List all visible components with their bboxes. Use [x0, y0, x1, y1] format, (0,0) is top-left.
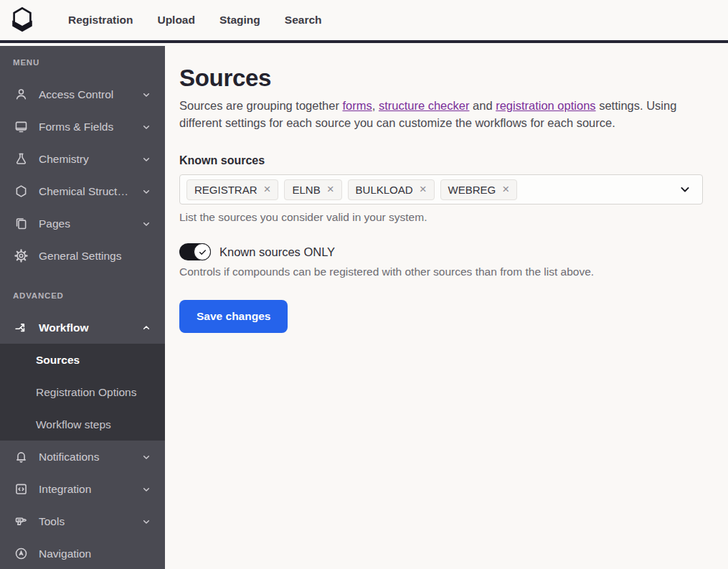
monitor-icon	[13, 119, 29, 135]
chevron-down-icon	[141, 186, 152, 197]
known-sources-only-toggle[interactable]	[179, 243, 211, 260]
remove-tag-icon[interactable]: ×	[420, 184, 427, 194]
page-description: Sources are grouping together forms, str…	[179, 98, 677, 131]
known-sources-only-row: Known sources ONLY	[179, 243, 703, 260]
description-text: ,	[372, 99, 379, 112]
known-sources-helper-text: List the sources you consider valid in y…	[179, 211, 703, 224]
known-sources-only-helper-text: Controls if compounds can be registered …	[179, 265, 703, 278]
chevron-down-icon	[141, 154, 152, 165]
sidebar-item-chemistry[interactable]: Chemistry	[0, 143, 165, 175]
chevron-down-icon	[141, 451, 152, 463]
chevron-down-icon	[141, 516, 152, 527]
sidebar-item-label: General Settings	[39, 250, 121, 263]
source-tag: REGISTRAR ×	[186, 179, 278, 200]
source-tag-label: ELNB	[292, 184, 320, 196]
nav-search[interactable]: Search	[273, 0, 334, 40]
chevron-down-icon[interactable]	[678, 182, 692, 197]
sidebar-item-label: Notifications	[39, 451, 99, 464]
known-sources-multiselect[interactable]: REGISTRAR × ELNB × BULKLOAD × WEBREG ×	[179, 174, 703, 204]
sidebar: MENU Access Control Forms & Fields Ch	[0, 46, 165, 569]
source-tag: WEBREG ×	[440, 179, 518, 200]
sidebar-item-label: Integration	[39, 483, 91, 496]
sidebar-subitem-registration-options[interactable]: Registration Options	[0, 376, 165, 408]
sidebar-item-label: Navigation	[39, 547, 91, 560]
sidebar-item-notifications[interactable]: Notifications	[0, 441, 165, 473]
source-tag: ELNB ×	[284, 179, 341, 200]
chevron-down-icon	[141, 218, 152, 230]
nav-registration[interactable]: Registration	[56, 0, 145, 40]
tools-icon	[13, 514, 29, 530]
sidebar-item-navigation[interactable]: Navigation	[0, 537, 165, 569]
forms-link[interactable]: forms	[342, 99, 372, 112]
description-text: and	[469, 99, 496, 112]
sidebar-item-pages[interactable]: Pages	[0, 207, 165, 240]
sidebar-item-label: Chemistry	[39, 153, 89, 166]
registration-options-link[interactable]: registration options	[496, 99, 595, 112]
chevron-down-icon	[141, 89, 152, 100]
gear-icon	[13, 248, 29, 264]
source-tag-label: REGISTRAR	[194, 184, 257, 196]
remove-tag-icon[interactable]: ×	[327, 184, 334, 194]
sidebar-item-integration[interactable]: Integration	[0, 473, 165, 505]
sidebar-heading-advanced: ADVANCED	[0, 279, 165, 311]
sidebar-heading-menu: MENU	[0, 46, 165, 78]
person-icon	[13, 87, 29, 103]
sidebar-item-label: Tools	[39, 515, 65, 528]
chevron-up-icon	[141, 322, 152, 334]
workflow-submenu: Sources Registration Options Workflow st…	[0, 344, 165, 441]
remove-tag-icon[interactable]: ×	[264, 184, 271, 194]
sidebar-item-workflow[interactable]: Workflow	[0, 311, 165, 344]
flask-icon	[13, 151, 29, 167]
known-sources-label: Known sources	[179, 154, 703, 167]
navigation-icon	[13, 546, 29, 562]
description-text: Sources are grouping together	[179, 99, 342, 112]
sidebar-item-general-settings[interactable]: General Settings	[0, 240, 165, 272]
source-tag-label: WEBREG	[448, 184, 496, 196]
toggle-knob-check-icon	[194, 243, 211, 260]
top-header: Registration Upload Staging Search	[0, 0, 728, 43]
nav-staging[interactable]: Staging	[207, 0, 273, 40]
chevron-down-icon	[141, 121, 152, 133]
remove-tag-icon[interactable]: ×	[502, 184, 509, 194]
workflow-icon	[13, 320, 29, 336]
sidebar-subitem-workflow-steps[interactable]: Workflow steps	[0, 408, 165, 441]
page-title: Sources	[179, 65, 703, 92]
save-changes-button[interactable]: Save changes	[179, 300, 288, 333]
structure-checker-link[interactable]: structure checker	[379, 99, 470, 112]
sidebar-item-label: Chemical Struct…	[39, 185, 128, 198]
sidebar-item-label: Workflow	[39, 321, 88, 334]
nav-upload[interactable]: Upload	[145, 0, 207, 40]
integration-icon	[13, 481, 29, 497]
sidebar-item-label: Forms & Fields	[39, 121, 113, 133]
sidebar-item-forms-fields[interactable]: Forms & Fields	[0, 110, 165, 143]
bell-icon	[13, 449, 29, 465]
sidebar-item-chemical-structures[interactable]: Chemical Struct…	[0, 175, 165, 207]
source-tag: BULKLOAD ×	[348, 179, 435, 200]
known-sources-only-label: Known sources ONLY	[219, 245, 335, 259]
chevron-down-icon	[141, 484, 152, 495]
sidebar-item-access-control[interactable]: Access Control	[0, 78, 165, 110]
main-content: Sources Sources are grouping together fo…	[165, 46, 728, 569]
pages-icon	[13, 216, 29, 232]
source-tag-label: BULKLOAD	[356, 184, 413, 196]
hexagon-icon	[13, 184, 29, 199]
sidebar-item-label: Pages	[39, 217, 70, 230]
sidebar-subitem-sources[interactable]: Sources	[0, 344, 165, 376]
sidebar-item-label: Access Control	[39, 88, 113, 101]
chemaxon-logo-icon[interactable]	[9, 6, 36, 34]
sidebar-item-tools[interactable]: Tools	[0, 505, 165, 537]
top-navigation: Registration Upload Staging Search	[56, 0, 334, 40]
